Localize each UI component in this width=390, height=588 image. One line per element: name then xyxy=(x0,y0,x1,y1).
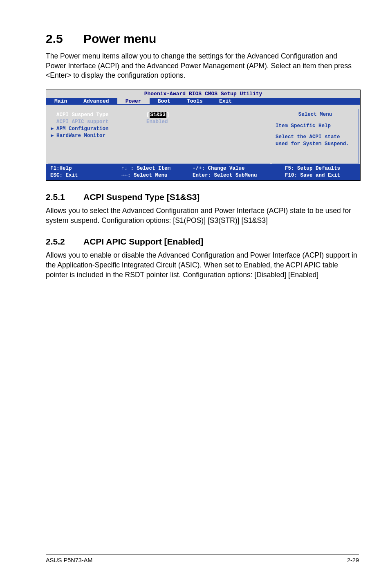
bios-tab-exit[interactable]: Exit xyxy=(211,98,240,104)
bios-body: ACPI Suspend Type [S1&S3] ACPI APIC supp… xyxy=(46,109,360,164)
bios-tab-main[interactable]: Main xyxy=(46,98,75,104)
bios-help-title: Select Menu xyxy=(272,109,359,120)
bios-screenshot: Phoenix-Award BIOS CMOS Setup Utility Ma… xyxy=(46,90,361,181)
page-footer: ASUS P5N73-AM 2-29 xyxy=(46,554,359,563)
section-252-heading: 2.5.2ACPI APIC Support [Enabled] xyxy=(46,237,359,247)
bios-tab-power[interactable]: Power xyxy=(117,98,150,104)
bios-banner: Phoenix-Award BIOS CMOS Setup Utility xyxy=(46,90,360,98)
bios-footer-col: -/+: Change Value Enter: Select SubMenu xyxy=(193,165,285,179)
section-251-heading: 2.5.1ACPI Suspend Type [S1&S3] xyxy=(46,192,359,202)
bios-label: HardWare Monitor xyxy=(56,132,146,139)
bios-tab-advanced[interactable]: Advanced xyxy=(75,98,117,104)
title-num: 2.5 xyxy=(46,32,83,46)
bios-value: [S1&S3] xyxy=(146,112,170,119)
bios-tabs: Main Advanced Power Boot Tools Exit xyxy=(46,98,360,105)
help-line: Select the ACPI state used for System Su… xyxy=(276,134,355,148)
section-title: ACPI APIC Support [Enabled] xyxy=(83,237,203,246)
intro-paragraph: The Power menu items allow you to change… xyxy=(46,52,359,81)
bios-footer: F1:Help ESC: Exit ↑↓ : Select Item →←: S… xyxy=(46,164,360,180)
bios-main-panel: ACPI Suspend Type [S1&S3] ACPI APIC supp… xyxy=(48,109,270,164)
help-line: Item Specific Help xyxy=(276,123,355,130)
section-252-body: Allows you to enable or disable the Adva… xyxy=(46,251,359,280)
bios-label: APM Configuration xyxy=(56,126,146,132)
page-title: 2.5Power menu xyxy=(46,32,359,46)
title-text: Power menu xyxy=(83,32,156,45)
bios-row-hwmonitor[interactable]: ▶ HardWare Monitor xyxy=(56,132,266,139)
section-num: 2.5.2 xyxy=(46,237,83,247)
section-title: ACPI Suspend Type [S1&S3] xyxy=(83,192,199,202)
footer-left: ASUS P5N73-AM xyxy=(46,557,92,563)
bios-help-panel: Select Menu Item Specific Help Select th… xyxy=(272,109,359,164)
bios-row-acpi-suspend[interactable]: ACPI Suspend Type [S1&S3] xyxy=(56,112,266,119)
bios-help-body: Item Specific Help Select the ACPI state… xyxy=(272,120,359,164)
bios-value: Enabled xyxy=(146,119,168,126)
bios-footer-col: F5: Setup Defaults F10: Save and Exit xyxy=(285,165,356,179)
bios-tab-boot[interactable]: Boot xyxy=(150,98,179,104)
submenu-marker-icon: ▶ xyxy=(51,132,54,139)
section-251-body: Allows you to select the Advanced Config… xyxy=(46,206,359,225)
bios-row-acpi-apic[interactable]: ACPI APIC support Enabled xyxy=(56,119,266,126)
bios-label: ACPI Suspend Type xyxy=(56,112,146,119)
bios-footer-col: F1:Help ESC: Exit xyxy=(50,165,121,179)
footer-right: 2-29 xyxy=(347,557,359,563)
bios-label: ACPI APIC support xyxy=(56,119,146,126)
bios-gap xyxy=(46,105,360,109)
bios-footer-col: ↑↓ : Select Item →←: Select Menu xyxy=(121,165,193,179)
bios-row-apm[interactable]: ▶ APM Configuration xyxy=(56,126,266,132)
submenu-marker-icon: ▶ xyxy=(51,126,54,132)
bios-tab-tools[interactable]: Tools xyxy=(179,98,211,104)
section-num: 2.5.1 xyxy=(46,192,83,202)
